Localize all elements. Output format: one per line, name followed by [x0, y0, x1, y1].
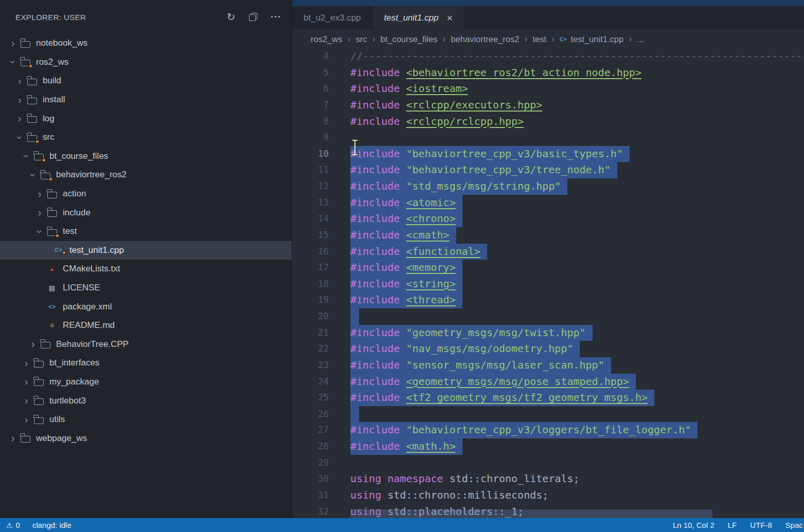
- code-line-25[interactable]: 25#include <tf2_geometry_msgs/tf2_geomet…: [292, 390, 804, 406]
- breadcrumb-item-test[interactable]: test: [532, 34, 546, 44]
- tab-bt_u2_ex3.cpp[interactable]: bt_u2_ex3.cpp: [292, 6, 373, 30]
- xml-file-icon: <>: [45, 304, 59, 310]
- selection-highlight: #include <atomic>: [350, 195, 462, 211]
- folder-icon: [25, 77, 39, 85]
- tree-item-log[interactable]: ›log: [0, 109, 292, 128]
- tree-item-install[interactable]: ›install: [0, 90, 292, 109]
- breadcrumb-item-bt_course_files[interactable]: bt_course_files: [380, 34, 437, 44]
- folder-icon: [19, 58, 32, 66]
- code-line-11[interactable]: 11#include "behaviortree_cpp_v3/tree_nod…: [292, 162, 804, 178]
- tree-item-BehaviorTree.CPP[interactable]: ›BehaviorTree.CPP: [0, 335, 292, 354]
- code-line-13[interactable]: 13#include <atomic>: [292, 195, 804, 211]
- tree-item-webpage_ws[interactable]: ›webpage_ws: [0, 429, 292, 448]
- code-line-16[interactable]: 16#include <functional>: [292, 244, 804, 260]
- status-clangd[interactable]: clangd: idle: [32, 521, 72, 529]
- code-line-29[interactable]: 29: [292, 455, 804, 471]
- code-line-24[interactable]: 24#include <geometry_msgs/msg/pose_stamp…: [292, 374, 804, 390]
- code-line-26[interactable]: 26: [292, 406, 804, 423]
- line-number: 10: [292, 146, 329, 162]
- code-line-15[interactable]: 15#include <cmath>: [292, 227, 804, 244]
- tree-item-label: ros2_ws: [36, 57, 68, 67]
- selection-highlight: #include <chrono>: [350, 211, 462, 227]
- code-line-12[interactable]: 12#include "std_msgs/msg/string.hpp": [292, 178, 804, 195]
- tree-item-package.xml[interactable]: <>package.xml: [0, 297, 292, 316]
- status-warnings[interactable]: ⚠0: [6, 521, 20, 529]
- more-actions-icon[interactable]: ···: [271, 12, 281, 22]
- tree-item-label: test: [63, 226, 77, 236]
- tree-item-notebook_ws[interactable]: ›notebook_ws: [0, 34, 292, 53]
- tree-item-utils[interactable]: ›utils: [0, 410, 292, 429]
- code-line-27[interactable]: 27#include "behaviortree_cpp_v3/loggers/…: [292, 422, 804, 438]
- breadcrumb-item-behaviortree_ros2[interactable]: behaviortree_ros2: [451, 34, 519, 44]
- tree-item-ros2_ws[interactable]: ›ros2_ws: [0, 53, 292, 72]
- code-line-19[interactable]: 19#include <thread>: [292, 292, 804, 308]
- code-line-17[interactable]: 17#include <memory>: [292, 260, 804, 276]
- line-number: 16: [292, 244, 329, 260]
- status-eol[interactable]: LF: [728, 521, 737, 529]
- tree-item-build[interactable]: ›build: [0, 71, 292, 90]
- license-file-icon: ▤: [45, 285, 59, 291]
- tree-item-include[interactable]: ›include: [0, 203, 292, 222]
- code-line-9[interactable]: 9: [292, 130, 804, 146]
- code-editor[interactable]: 4//-------------------------------------…: [292, 48, 804, 518]
- line-number: 9: [292, 130, 329, 146]
- collapse-folders-icon[interactable]: [249, 13, 257, 21]
- tree-item-src[interactable]: ›src: [0, 128, 292, 147]
- breadcrumb-item-src[interactable]: src: [355, 34, 367, 44]
- code-line-10[interactable]: 10#include "behaviortree_cpp_v3/basic_ty…: [292, 146, 804, 162]
- close-icon[interactable]: ×: [446, 12, 453, 24]
- code-line-5[interactable]: 5#include <behaviortree_ros2/bt_action_n…: [292, 65, 804, 81]
- token: #include: [350, 391, 406, 403]
- token: "nav_msgs/msg/odometry.hpp": [406, 342, 573, 355]
- code-line-14[interactable]: 14#include <chrono>: [292, 211, 804, 227]
- status-encoding[interactable]: UTF-8: [750, 521, 772, 529]
- code-line-4[interactable]: 4//-------------------------------------…: [292, 48, 804, 65]
- token: "std_msgs/msg/string.hpp": [406, 180, 561, 192]
- breadcrumb-item-test_unit1.cpp[interactable]: C+test_unit1.cpp: [560, 34, 623, 44]
- tree-item-behaviortree_ros2[interactable]: ›behaviortree_ros2: [0, 166, 292, 185]
- line-number: 14: [292, 211, 329, 227]
- code-line-22[interactable]: 22#include "nav_msgs/msg/odometry.hpp": [292, 341, 804, 357]
- chevron-right-icon: ›: [21, 357, 32, 369]
- tree-item-bt_interfaces[interactable]: ›bt_interfaces: [0, 354, 292, 373]
- line-number: 15: [292, 227, 329, 244]
- tree-item-CMakeLists.txt[interactable]: ▲CMakeLists.txt: [0, 260, 292, 279]
- token: #include: [350, 440, 406, 452]
- code-line-18[interactable]: 18#include <string>: [292, 276, 804, 292]
- line-number: 5: [292, 65, 329, 81]
- code-line-23[interactable]: 23#include "sensor_msgs/msg/laser_scan.h…: [292, 357, 804, 374]
- status-bar: ⚠0clangd: idle Ln 10, Col 2LFUTF-8Spac: [0, 518, 804, 532]
- status-indentation[interactable]: Spac: [785, 521, 803, 529]
- refresh-explorer-icon[interactable]: ↻: [227, 12, 236, 22]
- status-cursor-position[interactable]: Ln 10, Col 2: [673, 521, 714, 529]
- tab-test_unit1.cpp[interactable]: test_unit1.cpp×: [373, 6, 465, 30]
- token: <memory>: [406, 261, 455, 273]
- status-bar-right: Ln 10, Col 2LFUTF-8Spac: [673, 521, 804, 529]
- tree-item-my_package[interactable]: ›my_package: [0, 373, 292, 392]
- code-text: #include "sensor_msgs/msg/laser_scan.hpp…: [350, 357, 611, 374]
- tree-item-test[interactable]: ›test: [0, 222, 292, 241]
- token: #include: [350, 326, 406, 339]
- code-line-31[interactable]: 31using std::chrono::milliseconds;: [292, 487, 804, 504]
- selection-highlight: #include <geometry_msgs/msg/pose_stamped…: [350, 374, 636, 390]
- breadcrumb-item-ros2_ws[interactable]: ros2_ws: [311, 34, 342, 44]
- tree-item-turtlebot3[interactable]: ›turtlebot3: [0, 391, 292, 410]
- code-line-6[interactable]: 6#include <iostream>: [292, 81, 804, 97]
- code-line-20[interactable]: 20: [292, 308, 804, 325]
- code-line-30[interactable]: 30using namespace std::chrono_literals;: [292, 471, 804, 487]
- tree-item-README.md[interactable]: ≡README.md: [0, 316, 292, 335]
- tree-item-test_unit1.cpp[interactable]: C+test_unit1.cpp: [0, 241, 292, 260]
- tree-item-bt_course_files[interactable]: ›bt_course_files: [0, 147, 292, 166]
- code-line-28[interactable]: 28#include <math.h>: [292, 438, 804, 455]
- code-line-8[interactable]: 8#include <rclcpp/rclcpp.hpp>: [292, 114, 804, 130]
- token: std::chrono_literals;: [443, 472, 580, 485]
- tree-item-LICENSE[interactable]: ▤LICENSE: [0, 279, 292, 298]
- xml-glyph: <>: [48, 304, 56, 310]
- tree-item-label: webpage_ws: [36, 433, 87, 444]
- horizontal-scrollbar[interactable]: [350, 509, 712, 518]
- tree-item-action[interactable]: ›action: [0, 185, 292, 204]
- code-line-21[interactable]: 21#include "geometry_msgs/msg/twist.hpp": [292, 325, 804, 341]
- line-number: 11: [292, 162, 329, 178]
- breadcrumb-ellipsis[interactable]: ...: [637, 34, 644, 44]
- code-line-7[interactable]: 7#include <rclcpp/executors.hpp>: [292, 97, 804, 114]
